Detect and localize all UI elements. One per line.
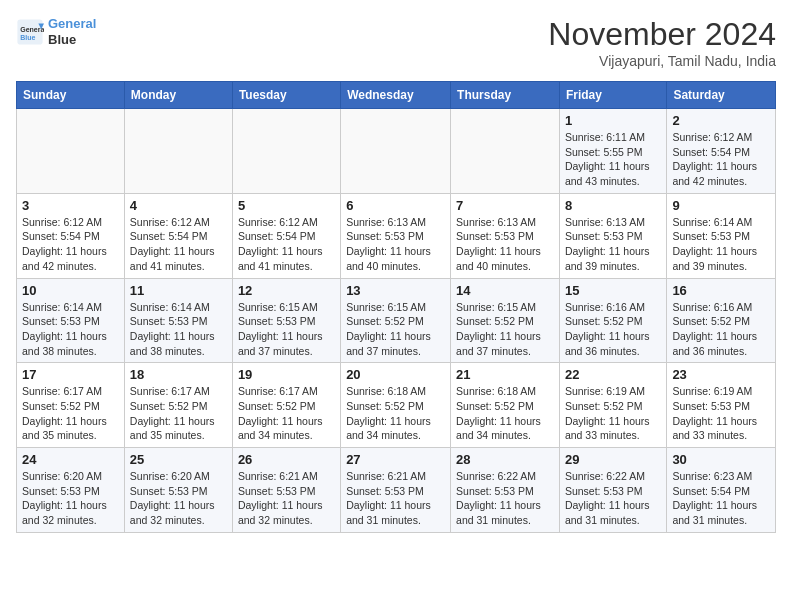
day-number: 27 bbox=[346, 452, 445, 467]
day-number: 22 bbox=[565, 367, 661, 382]
calendar-cell bbox=[341, 109, 451, 194]
calendar-cell: 17Sunrise: 6:17 AMSunset: 5:52 PMDayligh… bbox=[17, 363, 125, 448]
day-number: 30 bbox=[672, 452, 770, 467]
logo: General Blue GeneralBlue bbox=[16, 16, 96, 47]
day-info: Sunrise: 6:12 AMSunset: 5:54 PMDaylight:… bbox=[238, 215, 335, 274]
day-number: 15 bbox=[565, 283, 661, 298]
day-info: Sunrise: 6:18 AMSunset: 5:52 PMDaylight:… bbox=[346, 384, 445, 443]
day-number: 1 bbox=[565, 113, 661, 128]
calendar-cell: 2Sunrise: 6:12 AMSunset: 5:54 PMDaylight… bbox=[667, 109, 776, 194]
weekday-header-saturday: Saturday bbox=[667, 82, 776, 109]
calendar-cell: 23Sunrise: 6:19 AMSunset: 5:53 PMDayligh… bbox=[667, 363, 776, 448]
day-info: Sunrise: 6:15 AMSunset: 5:52 PMDaylight:… bbox=[456, 300, 554, 359]
week-row-5: 24Sunrise: 6:20 AMSunset: 5:53 PMDayligh… bbox=[17, 448, 776, 533]
day-info: Sunrise: 6:17 AMSunset: 5:52 PMDaylight:… bbox=[22, 384, 119, 443]
calendar-cell: 13Sunrise: 6:15 AMSunset: 5:52 PMDayligh… bbox=[341, 278, 451, 363]
day-number: 3 bbox=[22, 198, 119, 213]
calendar-table: SundayMondayTuesdayWednesdayThursdayFrid… bbox=[16, 81, 776, 533]
location-text: Vijayapuri, Tamil Nadu, India bbox=[548, 53, 776, 69]
calendar-cell: 9Sunrise: 6:14 AMSunset: 5:53 PMDaylight… bbox=[667, 193, 776, 278]
calendar-cell: 3Sunrise: 6:12 AMSunset: 5:54 PMDaylight… bbox=[17, 193, 125, 278]
day-number: 17 bbox=[22, 367, 119, 382]
day-number: 14 bbox=[456, 283, 554, 298]
day-number: 10 bbox=[22, 283, 119, 298]
day-info: Sunrise: 6:19 AMSunset: 5:53 PMDaylight:… bbox=[672, 384, 770, 443]
day-info: Sunrise: 6:18 AMSunset: 5:52 PMDaylight:… bbox=[456, 384, 554, 443]
day-info: Sunrise: 6:14 AMSunset: 5:53 PMDaylight:… bbox=[22, 300, 119, 359]
calendar-cell: 21Sunrise: 6:18 AMSunset: 5:52 PMDayligh… bbox=[451, 363, 560, 448]
week-row-3: 10Sunrise: 6:14 AMSunset: 5:53 PMDayligh… bbox=[17, 278, 776, 363]
page-header: General Blue GeneralBlue November 2024 V… bbox=[16, 16, 776, 69]
day-info: Sunrise: 6:15 AMSunset: 5:52 PMDaylight:… bbox=[346, 300, 445, 359]
week-row-2: 3Sunrise: 6:12 AMSunset: 5:54 PMDaylight… bbox=[17, 193, 776, 278]
day-info: Sunrise: 6:17 AMSunset: 5:52 PMDaylight:… bbox=[238, 384, 335, 443]
day-info: Sunrise: 6:14 AMSunset: 5:53 PMDaylight:… bbox=[130, 300, 227, 359]
logo-name: GeneralBlue bbox=[48, 16, 96, 47]
day-info: Sunrise: 6:12 AMSunset: 5:54 PMDaylight:… bbox=[130, 215, 227, 274]
calendar-cell: 8Sunrise: 6:13 AMSunset: 5:53 PMDaylight… bbox=[559, 193, 666, 278]
calendar-cell: 26Sunrise: 6:21 AMSunset: 5:53 PMDayligh… bbox=[232, 448, 340, 533]
day-number: 4 bbox=[130, 198, 227, 213]
day-number: 12 bbox=[238, 283, 335, 298]
calendar-cell bbox=[124, 109, 232, 194]
week-row-4: 17Sunrise: 6:17 AMSunset: 5:52 PMDayligh… bbox=[17, 363, 776, 448]
day-number: 2 bbox=[672, 113, 770, 128]
weekday-header-monday: Monday bbox=[124, 82, 232, 109]
calendar-cell bbox=[232, 109, 340, 194]
calendar-cell: 5Sunrise: 6:12 AMSunset: 5:54 PMDaylight… bbox=[232, 193, 340, 278]
day-info: Sunrise: 6:22 AMSunset: 5:53 PMDaylight:… bbox=[565, 469, 661, 528]
day-number: 19 bbox=[238, 367, 335, 382]
day-number: 20 bbox=[346, 367, 445, 382]
calendar-cell: 20Sunrise: 6:18 AMSunset: 5:52 PMDayligh… bbox=[341, 363, 451, 448]
calendar-cell: 6Sunrise: 6:13 AMSunset: 5:53 PMDaylight… bbox=[341, 193, 451, 278]
calendar-cell: 11Sunrise: 6:14 AMSunset: 5:53 PMDayligh… bbox=[124, 278, 232, 363]
day-number: 11 bbox=[130, 283, 227, 298]
weekday-header-row: SundayMondayTuesdayWednesdayThursdayFrid… bbox=[17, 82, 776, 109]
calendar-cell: 4Sunrise: 6:12 AMSunset: 5:54 PMDaylight… bbox=[124, 193, 232, 278]
day-info: Sunrise: 6:16 AMSunset: 5:52 PMDaylight:… bbox=[672, 300, 770, 359]
calendar-cell: 16Sunrise: 6:16 AMSunset: 5:52 PMDayligh… bbox=[667, 278, 776, 363]
calendar-cell: 27Sunrise: 6:21 AMSunset: 5:53 PMDayligh… bbox=[341, 448, 451, 533]
logo-icon: General Blue bbox=[16, 18, 44, 46]
day-number: 21 bbox=[456, 367, 554, 382]
day-number: 6 bbox=[346, 198, 445, 213]
calendar-cell: 1Sunrise: 6:11 AMSunset: 5:55 PMDaylight… bbox=[559, 109, 666, 194]
calendar-cell: 24Sunrise: 6:20 AMSunset: 5:53 PMDayligh… bbox=[17, 448, 125, 533]
day-number: 7 bbox=[456, 198, 554, 213]
day-number: 5 bbox=[238, 198, 335, 213]
day-info: Sunrise: 6:16 AMSunset: 5:52 PMDaylight:… bbox=[565, 300, 661, 359]
weekday-header-sunday: Sunday bbox=[17, 82, 125, 109]
title-block: November 2024 Vijayapuri, Tamil Nadu, In… bbox=[548, 16, 776, 69]
day-number: 16 bbox=[672, 283, 770, 298]
weekday-header-thursday: Thursday bbox=[451, 82, 560, 109]
day-number: 25 bbox=[130, 452, 227, 467]
weekday-header-friday: Friday bbox=[559, 82, 666, 109]
day-number: 23 bbox=[672, 367, 770, 382]
day-number: 26 bbox=[238, 452, 335, 467]
day-info: Sunrise: 6:20 AMSunset: 5:53 PMDaylight:… bbox=[22, 469, 119, 528]
calendar-cell: 12Sunrise: 6:15 AMSunset: 5:53 PMDayligh… bbox=[232, 278, 340, 363]
day-info: Sunrise: 6:13 AMSunset: 5:53 PMDaylight:… bbox=[456, 215, 554, 274]
calendar-cell: 10Sunrise: 6:14 AMSunset: 5:53 PMDayligh… bbox=[17, 278, 125, 363]
day-info: Sunrise: 6:20 AMSunset: 5:53 PMDaylight:… bbox=[130, 469, 227, 528]
calendar-cell: 14Sunrise: 6:15 AMSunset: 5:52 PMDayligh… bbox=[451, 278, 560, 363]
calendar-cell: 19Sunrise: 6:17 AMSunset: 5:52 PMDayligh… bbox=[232, 363, 340, 448]
calendar-cell bbox=[17, 109, 125, 194]
day-info: Sunrise: 6:23 AMSunset: 5:54 PMDaylight:… bbox=[672, 469, 770, 528]
day-info: Sunrise: 6:13 AMSunset: 5:53 PMDaylight:… bbox=[346, 215, 445, 274]
calendar-cell: 22Sunrise: 6:19 AMSunset: 5:52 PMDayligh… bbox=[559, 363, 666, 448]
day-info: Sunrise: 6:11 AMSunset: 5:55 PMDaylight:… bbox=[565, 130, 661, 189]
calendar-cell: 25Sunrise: 6:20 AMSunset: 5:53 PMDayligh… bbox=[124, 448, 232, 533]
day-info: Sunrise: 6:13 AMSunset: 5:53 PMDaylight:… bbox=[565, 215, 661, 274]
week-row-1: 1Sunrise: 6:11 AMSunset: 5:55 PMDaylight… bbox=[17, 109, 776, 194]
calendar-cell: 29Sunrise: 6:22 AMSunset: 5:53 PMDayligh… bbox=[559, 448, 666, 533]
month-title: November 2024 bbox=[548, 16, 776, 53]
calendar-cell: 28Sunrise: 6:22 AMSunset: 5:53 PMDayligh… bbox=[451, 448, 560, 533]
calendar-cell: 30Sunrise: 6:23 AMSunset: 5:54 PMDayligh… bbox=[667, 448, 776, 533]
day-number: 28 bbox=[456, 452, 554, 467]
day-info: Sunrise: 6:14 AMSunset: 5:53 PMDaylight:… bbox=[672, 215, 770, 274]
calendar-cell bbox=[451, 109, 560, 194]
day-number: 24 bbox=[22, 452, 119, 467]
day-number: 8 bbox=[565, 198, 661, 213]
weekday-header-tuesday: Tuesday bbox=[232, 82, 340, 109]
